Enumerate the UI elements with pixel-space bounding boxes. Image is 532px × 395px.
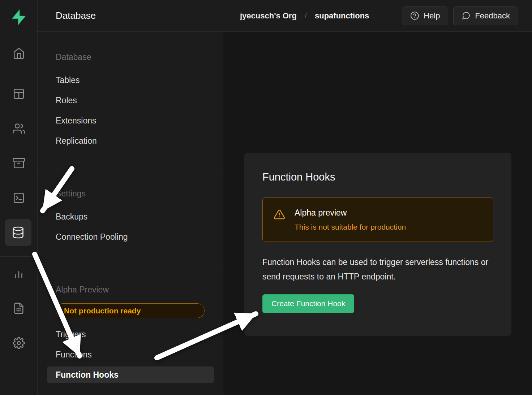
sidebar-title: Database [56,10,96,21]
menu-item-connection-pooling[interactable]: Connection Pooling [56,232,128,242]
menu-heading-alpha-preview: Alpha Preview [56,285,109,295]
icon-rail [0,0,38,395]
breadcrumb-separator: / [305,11,307,21]
menu-divider [38,169,223,169]
feedback-button-label: Feedback [475,11,510,21]
rail-item-settings[interactable] [8,335,30,351]
home-icon [13,47,25,60]
page-title: Function Hooks [262,171,493,183]
alert-text: Alpha preview This is not suitable for p… [295,208,406,231]
main-content: Function Hooks Alpha preview This is not… [223,32,532,395]
archive-icon [13,157,25,169]
menu-item-backups[interactable]: Backups [56,212,87,222]
database-icon [12,226,25,239]
menu-heading-database: Database [56,52,91,62]
rail-item-auth-users[interactable] [8,121,30,136]
table-icon [13,88,25,100]
database-sidebar: Database Database Tables Roles Extension… [38,0,223,395]
supabase-logo[interactable] [10,9,27,27]
alert-title: Alpha preview [295,208,406,218]
menu-item-extensions[interactable]: Extensions [56,116,96,126]
menu-heading-settings: Settings [56,189,86,199]
breadcrumb-project[interactable]: supafunctions [315,11,369,21]
sidebar-header: Database [38,0,223,32]
breadcrumb: jyecusch's Org / supafunctions [240,11,369,21]
rail-divider [0,73,37,73]
gear-icon [13,337,25,349]
rail-item-database[interactable] [5,219,31,246]
breadcrumb-org[interactable]: jyecusch's Org [240,11,297,21]
warning-triangle-icon [274,209,285,220]
help-button-label: Help [424,11,440,21]
menu-item-replication[interactable]: Replication [56,136,97,146]
alpha-preview-alert: Alpha preview This is not suitable for p… [262,198,493,242]
menu-item-functions[interactable]: Functions [56,350,92,360]
terminal-icon [13,192,25,204]
rail-item-sql-editor[interactable] [8,190,30,206]
supabase-bolt-icon [10,9,27,26]
rail-item-home[interactable] [8,45,30,61]
rail-item-reports[interactable] [8,266,30,282]
app-window: Database Database Tables Roles Extension… [0,0,532,395]
menu-item-function-hooks-active[interactable]: Function Hooks [47,366,214,383]
menu-divider [38,265,223,265]
help-button[interactable]: Help [402,6,448,25]
alert-icon-wrap [274,208,285,222]
feedback-button[interactable]: Feedback [453,6,518,25]
panel-description: Function Hooks can be used to trigger se… [262,255,493,284]
file-text-icon [13,302,25,314]
menu-item-triggers[interactable]: Triggers [56,330,86,339]
rail-item-table-editor[interactable] [8,86,30,102]
rail-item-docs[interactable] [8,300,30,316]
top-header: jyecusch's Org / supafunctions Help Feed… [223,0,532,32]
menu-item-tables[interactable]: Tables [56,75,80,85]
users-icon [13,122,25,135]
speech-bubble-icon [462,11,471,20]
bar-chart-icon [13,268,25,280]
header-actions: Help Feedback [402,6,518,25]
function-hooks-panel: Function Hooks Alpha preview This is not… [244,153,511,336]
create-function-hook-button[interactable]: Create Function Hook [262,294,354,313]
rail-item-storage[interactable] [8,155,30,171]
menu-item-roles[interactable]: Roles [56,96,77,105]
rail-divider [0,256,37,257]
alert-message: This is not suitable for production [295,223,406,231]
help-circle-icon [410,11,419,20]
not-production-ready-badge: Not production ready [56,303,205,318]
